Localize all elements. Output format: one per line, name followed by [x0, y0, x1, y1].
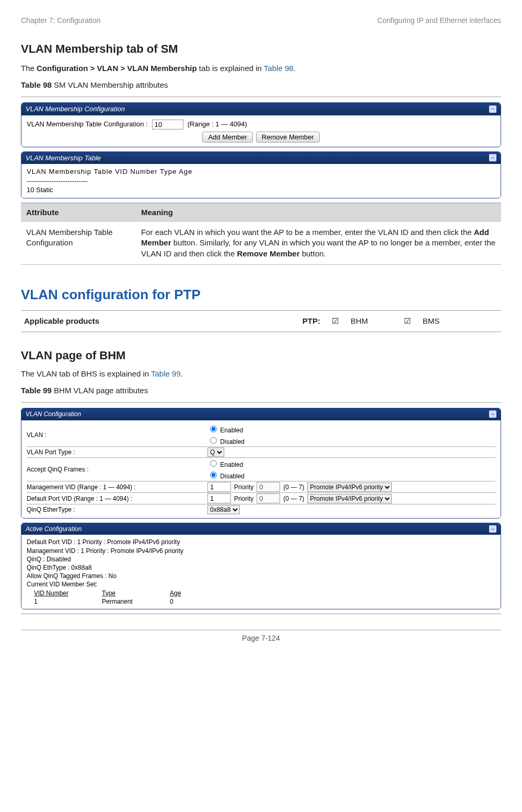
range-text: (0 — 7) — [283, 483, 304, 491]
th-attribute: Attribute — [21, 203, 136, 222]
section1-intro: The Configuration > VLAN > VLAN Membersh… — [21, 63, 501, 74]
col-header: Type — [102, 589, 149, 597]
range-text: (Range : 1 — 4094) — [188, 120, 247, 129]
link-table-98[interactable]: Table 98 — [264, 64, 294, 73]
table98-caption: Table 98 SM VLAN Membership attributes — [21, 80, 501, 90]
text: button. — [299, 249, 326, 258]
link-table-99[interactable]: Table 99 — [151, 369, 181, 378]
line: Management VID : 1 Priority : Promote IP… — [27, 547, 495, 555]
radio-input[interactable] — [210, 472, 217, 478]
line: Allow QinQ Tagged Frames : No — [27, 572, 495, 580]
radio-input[interactable] — [210, 426, 217, 432]
default-port-vid-input[interactable] — [207, 493, 231, 503]
panel-title: Active Configuration — [26, 525, 82, 533]
panel-title: VLAN Membership Table — [26, 154, 101, 163]
radio-vlan-disabled[interactable]: Disabled — [207, 436, 245, 446]
attribute-meaning-table: Attribute Meaning VLAN Membership Table … — [21, 203, 501, 265]
table-row: VLAN Membership Table Configuration For … — [21, 222, 501, 264]
table-dashes: --------------------------- — [27, 176, 495, 186]
divider — [21, 402, 501, 403]
management-vid-input[interactable] — [207, 482, 231, 492]
promote-select[interactable]: Promote IPv4/IPv6 priority — [307, 494, 392, 503]
priority-input — [257, 482, 280, 492]
caption-bold: Table 99 — [21, 386, 52, 395]
divider — [21, 614, 501, 614]
label: VLAN Membership Table Configuration : — [27, 120, 148, 129]
panel-vlan-membership-table: VLAN Membership Table − VLAN Membership … — [21, 151, 501, 198]
label: Management VID (Range : 1 — 4094) : — [27, 483, 204, 491]
panel-head: VLAN Configuration − — [21, 408, 501, 420]
collapse-icon[interactable]: − — [489, 410, 496, 418]
cell: 1 — [34, 597, 81, 606]
caption-bold: Table 98 — [21, 80, 52, 89]
vlan-id-input[interactable] — [152, 120, 183, 130]
remove-member-button[interactable]: Remove Member — [256, 132, 320, 143]
table-row: 10 Static — [27, 185, 495, 195]
table99-caption: Table 99 BHM VLAN page attributes — [21, 385, 501, 396]
applicable-products-table: Applicable products PTP: ☑ BHM ☑ BMS — [21, 310, 501, 332]
panel-vlan-configuration: VLAN Configuration − VLAN : Enabled Disa… — [21, 408, 501, 519]
priority-input — [257, 493, 280, 503]
check-icon: ☑ — [396, 310, 420, 332]
row-default-port-vid: Default Port VID (Range : 1 — 4094) : Pr… — [27, 492, 495, 504]
header-right: Configuring IP and Ethernet interfaces — [377, 16, 501, 26]
text: The — [21, 64, 37, 73]
cell-attribute: VLAN Membership Table Configuration — [21, 222, 136, 264]
th-meaning: Meaning — [136, 203, 501, 222]
label: QinQ EtherType : — [27, 505, 204, 514]
label: Accept QinQ Frames : — [27, 465, 204, 474]
ptp-label: PTP: — [285, 310, 323, 332]
text: The VLAN tab of BHS is explained in — [21, 369, 151, 378]
collapse-icon[interactable]: − — [489, 105, 496, 113]
range-text: (0 — 7) — [283, 495, 304, 503]
text-bold: Configuration > VLAN > VLAN Membership — [37, 64, 197, 73]
check-icon: ☑ — [323, 310, 347, 332]
radio-qinq-enabled[interactable]: Enabled — [207, 458, 245, 469]
panel-head: Active Configuration − — [21, 523, 501, 535]
page-footer: Page 7-124 — [21, 630, 501, 643]
line: QinQ EthType : 0x88a8 — [27, 563, 495, 572]
row-buttons: Add Member Remove Member — [27, 131, 495, 144]
caption-rest: SM VLAN Membership attributes — [52, 80, 168, 89]
row-qinq-ethertype: QinQ EtherType : 0x88a8 — [27, 504, 495, 515]
radio-label: Disabled — [220, 473, 245, 480]
qinq-ethertype-select[interactable]: 0x88a8 — [207, 505, 240, 514]
radio-vlan-enabled[interactable]: Enabled — [207, 424, 245, 434]
line: Default Port VID : 1 Priority : Promote … — [27, 538, 495, 546]
label-priority: Priority — [234, 495, 253, 503]
membership-table-body: VLAN Membership Table VID Number Type Ag… — [21, 164, 501, 198]
radio-label: Enabled — [220, 427, 243, 434]
radio-input[interactable] — [210, 437, 217, 444]
cell: 0 — [170, 597, 173, 606]
bms-label: BMS — [420, 310, 501, 332]
text: tab is explained in — [197, 64, 264, 73]
row-vlan: VLAN : Enabled Disabled — [27, 423, 495, 446]
label: Default Port VID (Range : 1 — 4094) : — [27, 495, 204, 503]
row-accept-qinq: Accept QinQ Frames : Enabled Disabled — [27, 457, 495, 481]
row-port-type: VLAN Port Type : Q — [27, 446, 495, 457]
table-columns: VLAN Membership Table VID Number Type Ag… — [27, 167, 495, 176]
applicable-products-label: Applicable products — [21, 310, 285, 332]
cell-meaning: For each VLAN in which you want the AP t… — [136, 222, 501, 264]
radio-qinq-disabled[interactable]: Disabled — [207, 470, 245, 480]
row-management-vid: Management VID (Range : 1 — 4094) : Prio… — [27, 481, 495, 492]
text: For each VLAN in which you want the AP t… — [141, 228, 474, 237]
header-left: Chapter 7: Configuration — [21, 16, 101, 26]
promote-select[interactable]: Promote IPv4/IPv6 priority — [307, 483, 392, 492]
collapse-icon[interactable]: − — [489, 154, 496, 161]
section-vlan-membership-sm-title: VLAN Membership tab of SM — [21, 41, 501, 57]
port-type-select[interactable]: Q — [207, 448, 224, 457]
row-vlan-membership-config: VLAN Membership Table Configuration : (R… — [27, 119, 495, 131]
label: VLAN : — [27, 431, 204, 439]
panel-head: VLAN Membership Table − — [21, 152, 501, 164]
panel-active-configuration: Active Configuration − Default Port VID … — [21, 523, 501, 609]
collapse-icon[interactable]: − — [489, 525, 496, 533]
caption-rest: BHM VLAN page attributes — [52, 386, 148, 395]
add-member-button[interactable]: Add Member — [202, 132, 252, 143]
label: VLAN Port Type : — [27, 448, 204, 456]
radio-input[interactable] — [210, 460, 217, 467]
panel-head: VLAN Membership Configuration − — [21, 103, 501, 115]
radio-label: Enabled — [220, 461, 243, 468]
text: . — [181, 369, 183, 378]
radio-label: Disabled — [220, 438, 245, 445]
